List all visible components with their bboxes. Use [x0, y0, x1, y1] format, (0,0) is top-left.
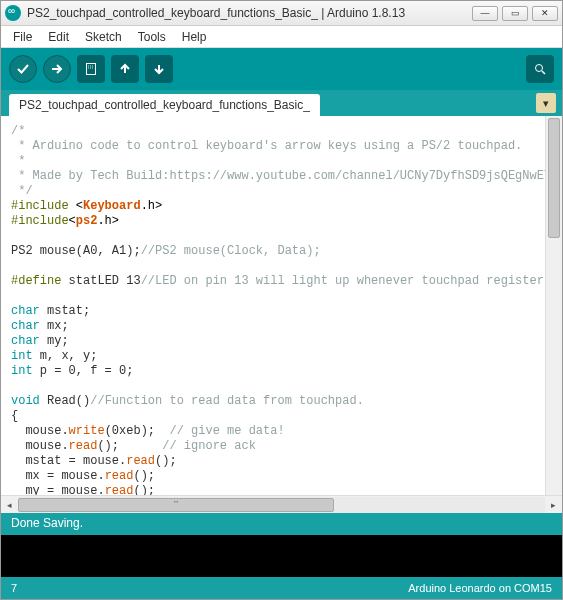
code-line: * Made by Tech Build:https://www.youtube…	[11, 169, 562, 183]
tok: read	[105, 469, 134, 483]
tok: read	[126, 454, 155, 468]
scrollbar-track[interactable]: '''	[18, 497, 545, 513]
vertical-scrollbar[interactable]	[545, 116, 562, 495]
tok: <	[69, 214, 76, 228]
svg-rect-0	[87, 64, 96, 75]
code-editor[interactable]: /* * Arduino code to control keyboard's …	[1, 116, 562, 495]
new-button[interactable]	[77, 55, 105, 83]
tok: write	[69, 424, 105, 438]
status-bar: Done Saving.	[1, 513, 562, 535]
tok: #define	[11, 274, 61, 288]
scroll-left-button[interactable]: ◂	[1, 497, 18, 513]
maximize-button[interactable]: ▭	[502, 6, 528, 21]
editor-area: /* * Arduino code to control keyboard's …	[1, 116, 562, 513]
scroll-right-button[interactable]: ▸	[545, 497, 562, 513]
menu-help[interactable]: Help	[176, 28, 213, 46]
arrow-down-icon	[152, 62, 166, 76]
tok: my;	[40, 334, 69, 348]
svg-point-1	[536, 65, 543, 72]
tok: // ignore ack	[162, 439, 256, 453]
line-number: 7	[11, 582, 17, 594]
tok: char	[11, 334, 40, 348]
tok: int	[11, 349, 33, 363]
menu-file[interactable]: File	[7, 28, 38, 46]
scrollbar-thumb-h[interactable]: '''	[18, 498, 334, 512]
tok: char	[11, 319, 40, 333]
tok: // give me data!	[169, 424, 284, 438]
minimize-button[interactable]: —	[472, 6, 498, 21]
verify-button[interactable]	[9, 55, 37, 83]
toolbar	[1, 48, 562, 90]
tok: ();	[133, 484, 155, 495]
tok: mx;	[40, 319, 69, 333]
tok: Keyboard	[83, 199, 141, 213]
footer-bar: 7 Arduino Leonardo on COM15	[1, 577, 562, 599]
tok: .h>	[97, 214, 119, 228]
window-title: PS2_touchpad_controlled_keyboard_functio…	[27, 6, 472, 20]
tok: mouse.	[11, 424, 69, 438]
tok: char	[11, 304, 40, 318]
tok: //Function to read data from touchpad.	[90, 394, 364, 408]
tok: m, x, y;	[33, 349, 98, 363]
new-file-icon	[84, 62, 98, 76]
tok: p = 0, f = 0;	[33, 364, 134, 378]
tok: (0xeb);	[105, 424, 170, 438]
menu-sketch[interactable]: Sketch	[79, 28, 128, 46]
code-line: *	[11, 154, 33, 168]
tok: #include	[11, 214, 69, 228]
board-info: Arduino Leonardo on COM15	[408, 582, 552, 594]
arduino-icon	[5, 5, 21, 21]
tab-active[interactable]: PS2_touchpad_controlled_keyboard_functio…	[9, 94, 320, 116]
tok: read	[105, 484, 134, 495]
titlebar: PS2_touchpad_controlled_keyboard_functio…	[1, 1, 562, 26]
tok: mouse.	[11, 439, 69, 453]
save-button[interactable]	[145, 55, 173, 83]
open-button[interactable]	[111, 55, 139, 83]
horizontal-scrollbar[interactable]: ◂ ''' ▸	[1, 495, 562, 513]
scrollbar-thumb[interactable]	[548, 118, 560, 238]
console-output[interactable]	[1, 535, 562, 577]
menubar: File Edit Sketch Tools Help	[1, 26, 562, 48]
tok: read	[69, 439, 98, 453]
tok: ps2	[76, 214, 98, 228]
arrow-right-icon	[50, 62, 64, 76]
tok: .h>	[141, 199, 163, 213]
tok: ();	[97, 439, 162, 453]
tok: //PS2 mouse(Clock, Data);	[141, 244, 321, 258]
close-button[interactable]: ✕	[532, 6, 558, 21]
code-line: * Arduino code to control keyboard's arr…	[11, 139, 522, 153]
serial-monitor-icon	[533, 62, 547, 76]
tok: Read()	[40, 394, 90, 408]
tok: mstat;	[40, 304, 90, 318]
serial-monitor-button[interactable]	[526, 55, 554, 83]
check-icon	[16, 62, 30, 76]
tok: statLED 13	[61, 274, 140, 288]
tab-menu-button[interactable]: ▾	[536, 93, 556, 113]
tok: void	[11, 394, 40, 408]
code-line: */	[11, 184, 33, 198]
scrollbar-grip: '''	[174, 499, 179, 508]
tabbar: PS2_touchpad_controlled_keyboard_functio…	[1, 90, 562, 116]
menu-edit[interactable]: Edit	[42, 28, 75, 46]
tok: PS2 mouse(A0, A1);	[11, 244, 141, 258]
upload-button[interactable]	[43, 55, 71, 83]
tok: my = mouse.	[11, 484, 105, 495]
menu-tools[interactable]: Tools	[132, 28, 172, 46]
code-line: /*	[11, 124, 25, 138]
tok: int	[11, 364, 33, 378]
window-controls: — ▭ ✕	[472, 6, 558, 21]
app-window: PS2_touchpad_controlled_keyboard_functio…	[0, 0, 563, 600]
tok: ();	[133, 469, 155, 483]
tok: {	[11, 409, 18, 423]
tok: mx = mouse.	[11, 469, 105, 483]
tok: ();	[155, 454, 177, 468]
tok: #include	[11, 199, 69, 213]
arrow-up-icon	[118, 62, 132, 76]
tok: //LED on pin 13 will light up whenever t…	[141, 274, 562, 288]
tok: <	[76, 199, 83, 213]
tok: mstat = mouse.	[11, 454, 126, 468]
